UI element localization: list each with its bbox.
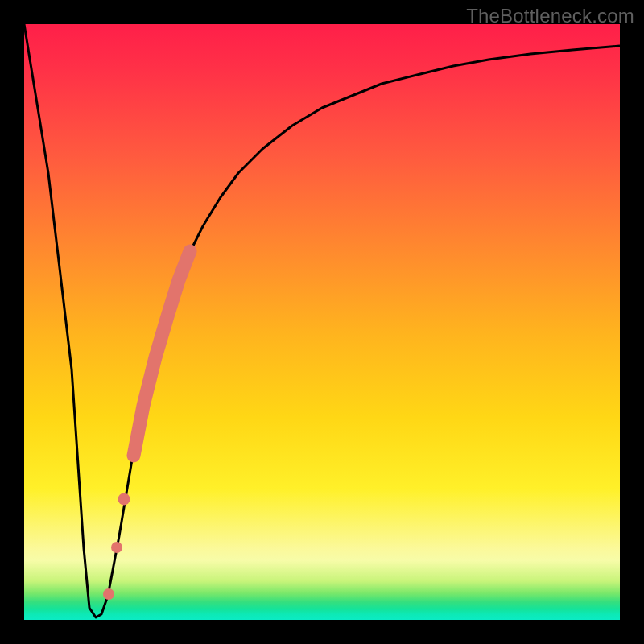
plot-area bbox=[24, 24, 620, 620]
highlight-strip bbox=[134, 251, 190, 456]
curve-layer bbox=[24, 24, 620, 620]
chart-frame: TheBottleneck.com bbox=[0, 0, 644, 644]
marker-dot bbox=[103, 588, 114, 600]
marker-dot bbox=[111, 542, 122, 553]
bottleneck-curve bbox=[24, 24, 620, 617]
marker-dot bbox=[118, 493, 130, 506]
